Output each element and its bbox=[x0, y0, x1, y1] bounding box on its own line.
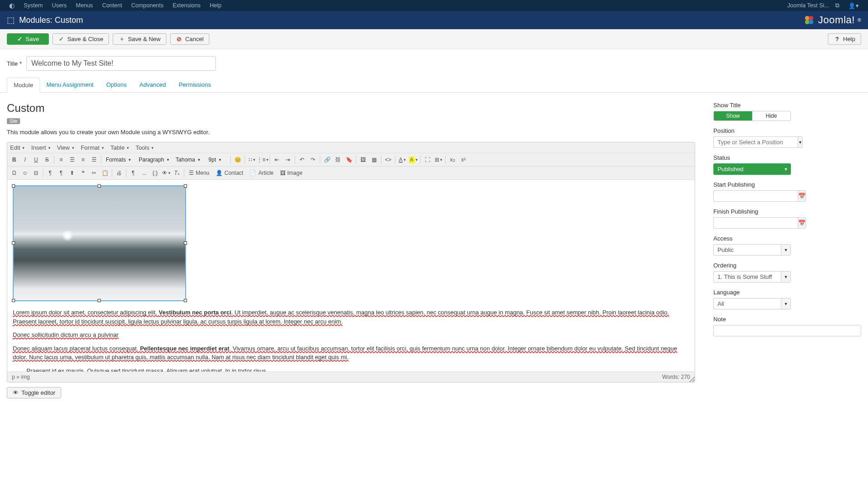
align-justify-button[interactable]: ☰ bbox=[89, 155, 99, 165]
formats-dropdown[interactable]: Formats bbox=[103, 156, 135, 164]
redo-button[interactable]: ↷ bbox=[308, 155, 318, 165]
save-button[interactable]: ✓Save bbox=[7, 33, 49, 45]
editor-menu-edit[interactable]: Edit bbox=[10, 144, 25, 151]
underline-button[interactable]: U bbox=[31, 155, 41, 165]
code-button[interactable]: <> bbox=[383, 155, 393, 165]
subscript-button[interactable]: x₂ bbox=[447, 155, 457, 165]
language-select[interactable]: All bbox=[713, 298, 781, 309]
joomla-logo[interactable]: Joomla!® bbox=[803, 14, 861, 26]
save-new-button[interactable]: +Save & New bbox=[113, 33, 166, 45]
nbsp-button[interactable]: ⎵ bbox=[139, 168, 149, 178]
size-dropdown[interactable]: 9pt bbox=[206, 156, 229, 164]
ltr-button[interactable]: ¶ bbox=[45, 168, 55, 178]
chevron-down-icon[interactable]: ▼ bbox=[781, 298, 791, 309]
user-icon[interactable]: 👤▾ bbox=[844, 2, 863, 9]
emoji-button[interactable]: 😊 bbox=[233, 155, 243, 165]
chevron-down-icon[interactable]: ▼ bbox=[781, 271, 791, 283]
editor-menu-tools[interactable]: Tools bbox=[135, 144, 154, 151]
joomla-icon[interactable]: ◐ bbox=[5, 2, 19, 9]
paragraph-dropdown[interactable]: Paragraph bbox=[136, 156, 172, 164]
menu-users[interactable]: Users bbox=[47, 2, 72, 9]
help-button[interactable]: ?Help bbox=[828, 33, 861, 45]
pagebreak-button[interactable]: ⊟ bbox=[31, 168, 41, 178]
quote-button[interactable]: ❝ bbox=[78, 168, 88, 178]
number-list-button[interactable]: ⋮≡ bbox=[258, 155, 268, 165]
rtl-button[interactable]: ¶ bbox=[56, 168, 66, 178]
tab-permissions[interactable]: Permissions bbox=[172, 78, 218, 92]
site-name-link[interactable]: Joomla Test Si... ⧉ bbox=[778, 2, 844, 9]
table-button[interactable]: ⊞ bbox=[433, 155, 443, 165]
template-button[interactable]: 📋 bbox=[100, 168, 110, 178]
outdent-button[interactable]: ⇤ bbox=[272, 155, 282, 165]
menu-content[interactable]: Content bbox=[98, 2, 127, 9]
cancel-button[interactable]: ⊘Cancel bbox=[170, 33, 209, 45]
image-button[interactable]: 🖼 bbox=[358, 155, 368, 165]
link-button[interactable]: 🔗 bbox=[322, 155, 332, 165]
menu-insert-button[interactable]: ☰ Menu bbox=[186, 168, 212, 178]
cut-button[interactable]: ✂ bbox=[89, 168, 99, 178]
tab-module[interactable]: Module bbox=[7, 78, 40, 93]
ordering-select[interactable]: 1. This is Some Stuff bbox=[713, 271, 781, 283]
tab-menu-assignment[interactable]: Menu Assignment bbox=[40, 78, 100, 92]
editor-menu-view[interactable]: View bbox=[57, 144, 74, 151]
eye-dropdown[interactable]: 👁 bbox=[161, 168, 171, 178]
position-select[interactable] bbox=[713, 136, 798, 148]
media-button[interactable]: ▦ bbox=[369, 155, 379, 165]
save-arrow-button[interactable]: ⬆ bbox=[67, 168, 77, 178]
content-image[interactable] bbox=[13, 185, 186, 301]
menu-menus[interactable]: Menus bbox=[71, 2, 98, 9]
textcolor-button[interactable]: A bbox=[397, 155, 407, 165]
bold-button[interactable]: B bbox=[9, 155, 19, 165]
tab-advanced[interactable]: Advanced bbox=[133, 78, 172, 92]
menu-extensions[interactable]: Extensions bbox=[168, 2, 205, 9]
editor-menu-format[interactable]: Format bbox=[81, 144, 104, 151]
undo-button[interactable]: ↶ bbox=[297, 155, 307, 165]
access-select[interactable]: Public bbox=[713, 244, 781, 256]
tab-options[interactable]: Options bbox=[100, 78, 133, 92]
start-pub-input[interactable] bbox=[713, 190, 798, 202]
emoticon-button[interactable]: ☺ bbox=[20, 168, 30, 178]
show-title-hide[interactable]: Hide bbox=[752, 111, 790, 120]
align-right-button[interactable]: ≡ bbox=[78, 155, 88, 165]
editor-content-area[interactable]: Lorem ipsum dolor sit amet, consectetur … bbox=[7, 180, 695, 371]
bullet-list-button[interactable]: ∷ bbox=[247, 155, 257, 165]
omega-button[interactable]: Ω bbox=[9, 168, 19, 178]
align-center-button[interactable]: ☰ bbox=[67, 155, 77, 165]
fullscreen-button[interactable]: ⛶ bbox=[422, 155, 432, 165]
clearformat-button[interactable]: Tₓ bbox=[172, 168, 182, 178]
editor-resize-handle[interactable] bbox=[689, 376, 695, 382]
menu-system[interactable]: System bbox=[19, 2, 47, 9]
anchor-button[interactable]: 🔖 bbox=[344, 155, 354, 165]
editor-menu-table[interactable]: Table bbox=[110, 144, 129, 151]
menu-components[interactable]: Components bbox=[127, 2, 168, 9]
superscript-button[interactable]: x² bbox=[458, 155, 468, 165]
calendar-icon[interactable]: 📅 bbox=[798, 190, 806, 202]
image-insert-button[interactable]: 🖼 Image bbox=[277, 168, 305, 178]
strikethrough-button[interactable]: S bbox=[42, 155, 52, 165]
title-input[interactable] bbox=[26, 56, 216, 71]
unlink-button[interactable]: ⛓ bbox=[333, 155, 343, 165]
status-select[interactable]: Published bbox=[713, 163, 781, 175]
bgcolor-button[interactable]: A bbox=[408, 155, 418, 165]
note-input[interactable] bbox=[713, 325, 861, 336]
chevron-down-icon[interactable]: ▼ bbox=[781, 163, 791, 175]
menu-help[interactable]: Help bbox=[205, 2, 226, 9]
indent-button[interactable]: ⇥ bbox=[283, 155, 293, 165]
chevron-down-icon[interactable]: ▼ bbox=[781, 244, 791, 256]
article-insert-button[interactable]: 📄 Article bbox=[247, 168, 276, 178]
show-invisible-button[interactable]: ¶ bbox=[128, 168, 138, 178]
font-dropdown[interactable]: Tahoma bbox=[173, 156, 205, 164]
finish-pub-input[interactable] bbox=[713, 217, 798, 229]
print-button[interactable]: 🖨 bbox=[114, 168, 124, 178]
align-left-button[interactable]: ≡ bbox=[56, 155, 66, 165]
toggle-editor-button[interactable]: 👁Toggle editor bbox=[7, 387, 61, 398]
braces-button[interactable]: {;} bbox=[150, 168, 160, 178]
show-title-show[interactable]: Show bbox=[714, 111, 752, 120]
editor-path[interactable]: p » img bbox=[12, 374, 30, 380]
italic-button[interactable]: I bbox=[20, 155, 30, 165]
editor-menu-insert[interactable]: Insert bbox=[31, 144, 51, 151]
save-close-button[interactable]: ✓Save & Close bbox=[52, 33, 109, 45]
calendar-icon[interactable]: 📅 bbox=[798, 217, 806, 229]
contact-insert-button[interactable]: 👤 Contact bbox=[213, 168, 246, 178]
chevron-down-icon[interactable]: ▼ bbox=[798, 136, 803, 148]
